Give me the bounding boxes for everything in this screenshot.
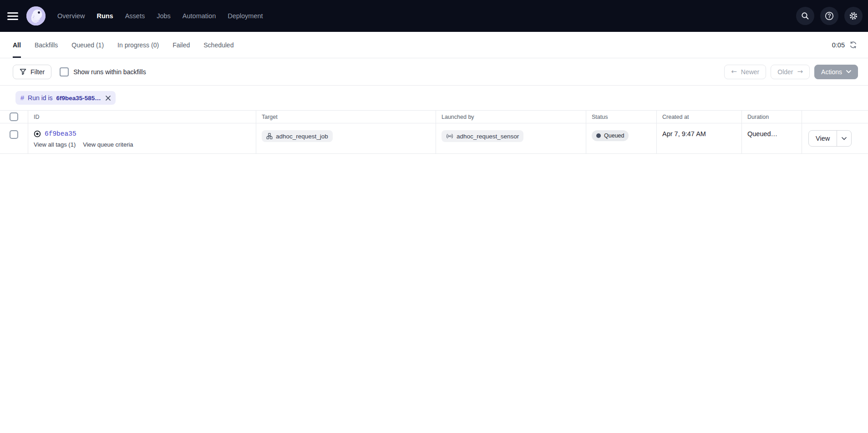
tab-scheduled[interactable]: Scheduled <box>203 32 233 58</box>
sensor-icon <box>446 133 453 139</box>
show-backfills-checkbox[interactable] <box>60 67 69 76</box>
job-icon <box>266 133 273 139</box>
table-row: 6f9bea35 View all tags (1) View queue cr… <box>0 123 868 154</box>
active-filters-row: # Run id is 6f9bea35-585… <box>0 86 868 110</box>
status-badge-label: Queued <box>604 132 624 139</box>
tab-backfills[interactable]: Backfills <box>35 32 58 58</box>
runs-tab-bar: All Backfills Queued (1) In progress (0)… <box>0 32 868 58</box>
newer-button[interactable]: ← Newer <box>724 65 766 79</box>
column-header-launched-by: Launched by <box>436 111 586 123</box>
dagster-logo-icon[interactable] <box>26 6 46 25</box>
column-header-id: ID <box>28 111 256 123</box>
nav-item-assets[interactable]: Assets <box>125 12 145 20</box>
status-cell: Queued <box>586 123 657 153</box>
run-id-filter-chip[interactable]: # Run id is 6f9bea35-585… <box>15 91 116 105</box>
filter-chip-value: 6f9bea35-585… <box>56 95 101 102</box>
tab-in-progress[interactable]: In progress (0) <box>117 32 159 58</box>
row-checkbox[interactable] <box>10 130 18 139</box>
column-header-created-at: Created at <box>657 111 742 123</box>
chevron-down-icon <box>846 70 851 73</box>
column-header-target: Target <box>256 111 436 123</box>
status-dot-icon <box>596 133 601 138</box>
table-header-row: ID Target Launched by Status Created at … <box>0 110 868 123</box>
select-all-cell <box>0 111 28 123</box>
view-split-button: View <box>808 130 852 147</box>
status-badge: Queued <box>592 130 629 141</box>
created-at-cell: Apr 7, 9:47 AM <box>657 123 742 153</box>
hamburger-menu-icon[interactable] <box>7 10 20 21</box>
view-dropdown-chevron-icon[interactable] <box>837 131 851 146</box>
tab-failed[interactable]: Failed <box>173 32 190 58</box>
older-button[interactable]: Older → <box>771 65 810 79</box>
runs-toolbar: Filter Show runs within backfills ← Newe… <box>0 58 868 86</box>
run-status-circled-dot-icon <box>34 130 41 138</box>
sensor-tag-label: adhoc_request_sensor <box>457 133 519 140</box>
view-queue-criteria-link[interactable]: View queue criteria <box>83 141 133 148</box>
run-id-link[interactable]: 6f9bea35 <box>45 130 76 138</box>
launched-by-cell: adhoc_request_sensor <box>436 123 586 153</box>
row-select-cell <box>0 123 28 153</box>
select-all-checkbox[interactable] <box>10 112 18 121</box>
filter-button[interactable]: Filter <box>13 65 51 79</box>
primary-nav: Overview Runs Assets Jobs Automation Dep… <box>57 12 263 20</box>
nav-item-overview[interactable]: Overview <box>57 12 85 20</box>
column-header-actions <box>802 111 868 123</box>
runs-page: Overview Runs Assets Jobs Automation Dep… <box>0 0 868 433</box>
job-tag-label: adhoc_request_job <box>276 133 328 140</box>
refresh-countdown: 0:05 <box>832 41 845 49</box>
run-id-cell: 6f9bea35 View all tags (1) View queue cr… <box>28 123 256 153</box>
show-backfills-toggle[interactable]: Show runs within backfills <box>60 67 146 76</box>
top-nav: Overview Runs Assets Jobs Automation Dep… <box>0 0 868 32</box>
show-backfills-label: Show runs within backfills <box>73 68 146 76</box>
runs-table: ID Target Launched by Status Created at … <box>0 110 868 154</box>
duration-value: Queued… <box>747 130 777 138</box>
close-icon[interactable] <box>106 96 111 101</box>
hash-icon: # <box>20 94 24 102</box>
created-at-value: Apr 7, 9:47 AM <box>662 130 706 138</box>
help-icon[interactable] <box>820 7 838 25</box>
nav-icon-group <box>796 7 863 25</box>
settings-icon[interactable] <box>844 7 863 25</box>
actions-button-label: Actions <box>821 68 842 76</box>
duration-cell: Queued… <box>742 123 802 153</box>
arrow-right-icon: → <box>797 68 803 75</box>
column-header-status: Status <box>586 111 657 123</box>
newer-button-label: Newer <box>741 68 759 76</box>
funnel-icon <box>20 68 26 75</box>
refresh-icon[interactable] <box>849 41 857 49</box>
row-actions-cell: View <box>802 123 868 153</box>
actions-button[interactable]: Actions <box>814 65 858 79</box>
refresh-area: 0:05 <box>832 32 857 58</box>
sensor-tag-chip[interactable]: adhoc_request_sensor <box>442 130 523 142</box>
filter-button-label: Filter <box>30 68 45 76</box>
target-cell: adhoc_request_job <box>256 123 436 153</box>
older-button-label: Older <box>777 68 793 76</box>
nav-item-deployment[interactable]: Deployment <box>228 12 263 20</box>
view-button[interactable]: View <box>809 131 837 146</box>
tab-all[interactable]: All <box>13 32 21 58</box>
nav-item-jobs[interactable]: Jobs <box>157 12 171 20</box>
tab-queued[interactable]: Queued (1) <box>71 32 104 58</box>
view-all-tags-link[interactable]: View all tags (1) <box>34 141 76 148</box>
filter-chip-label: Run id is <box>28 94 52 102</box>
job-tag-chip[interactable]: adhoc_request_job <box>262 130 333 142</box>
nav-item-automation[interactable]: Automation <box>183 12 216 20</box>
nav-item-runs[interactable]: Runs <box>96 12 113 20</box>
search-icon[interactable] <box>796 7 814 25</box>
arrow-left-icon: ← <box>731 68 737 75</box>
tabs: All Backfills Queued (1) In progress (0)… <box>13 32 233 58</box>
column-header-duration: Duration <box>742 111 802 123</box>
